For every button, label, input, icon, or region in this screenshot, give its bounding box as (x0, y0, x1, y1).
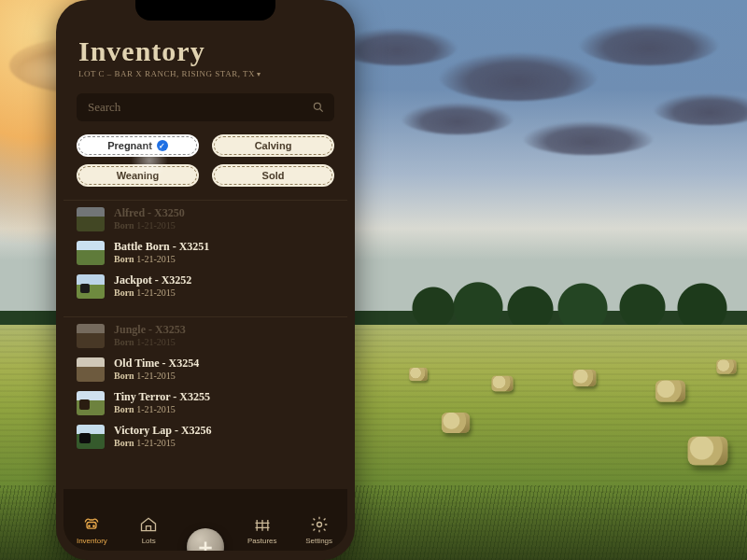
nav-label: Lots (142, 537, 156, 545)
filter-chip-weaning[interactable]: Weaning (77, 164, 199, 187)
page-title: Inventory (78, 35, 332, 67)
filter-label: Calving (255, 140, 292, 151)
filter-label: Weaning (117, 170, 160, 181)
filter-chip-sold[interactable]: Sold (212, 164, 334, 187)
svg-point-4 (93, 525, 94, 526)
cattle-name: Battle Born - X3251 (114, 241, 209, 254)
cattle-name: Tiny Terror - X3255 (114, 391, 210, 404)
cattle-thumbnail (77, 425, 105, 449)
cattle-thumbnail (77, 207, 105, 231)
nav-lots[interactable]: Lots (123, 515, 174, 545)
cattle-thumbnail (77, 357, 105, 382)
cattle-born: Born 1-21-2015 (114, 438, 212, 449)
cattle-row[interactable]: Tiny Terror - X3255Born 1-21-2015 (63, 386, 347, 420)
barn-icon (139, 515, 158, 534)
cattle-born: Born 1-21-2015 (114, 254, 209, 265)
location-breadcrumb[interactable]: LOT C – BAR X RANCH, RISING STAR, TX (78, 69, 332, 78)
search-icon (312, 101, 325, 114)
cattle-thumbnail (77, 391, 105, 415)
cattle-row[interactable]: Alfred - X3250Born 1-21-2015 (63, 203, 347, 236)
add-new-button[interactable]: ＋ (187, 528, 224, 551)
cattle-born: Born 1-21-2015 (114, 337, 186, 348)
nav-label: Inventory (77, 537, 107, 545)
cattle-name: Victory Lap - X3256 (114, 425, 212, 438)
search-input[interactable] (86, 99, 312, 116)
cattle-row[interactable]: Jungle - X3253Born 1-21-2015 (63, 319, 347, 353)
cattle-name: Jungle - X3253 (114, 324, 186, 337)
search-bar[interactable] (77, 93, 334, 121)
svg-point-0 (314, 103, 320, 109)
cattle-row[interactable]: Battle Born - X3251Born 1-21-2015 (63, 236, 347, 270)
divider (63, 316, 347, 317)
cattle-born: Born 1-21-2015 (114, 371, 199, 382)
cattle-thumbnail (77, 274, 105, 299)
nav-label: Settings (305, 537, 332, 545)
cow-icon (82, 515, 101, 534)
filter-chip-pregnant[interactable]: Pregnant✓ (77, 134, 199, 157)
cattle-born: Born 1-21-2015 (114, 220, 185, 231)
filter-label: Pregnant (107, 140, 152, 151)
cattle-thumbnail (77, 241, 105, 265)
cattle-row[interactable]: Jackpot - X3252Born 1-21-2015 (63, 270, 347, 303)
svg-point-3 (89, 525, 90, 526)
plus-icon: ＋ (194, 536, 217, 551)
cattle-row[interactable]: Victory Lap - X3256Born 1-21-2015 (63, 420, 347, 454)
gear-icon (310, 515, 329, 534)
nav-inventory[interactable]: Inventory (66, 515, 117, 545)
filter-chip-calving[interactable]: Calving (212, 134, 334, 157)
nav-pastures[interactable]: Pastures (237, 515, 288, 545)
nav-label: Pastures (247, 537, 277, 545)
cattle-born: Born 1-21-2015 (114, 404, 210, 415)
cattle-row[interactable]: Old Time - X3254Born 1-21-2015 (63, 353, 347, 386)
fence-icon (253, 515, 272, 534)
check-icon: ✓ (157, 140, 168, 151)
svg-point-5 (317, 523, 321, 527)
svg-line-1 (320, 109, 323, 112)
cattle-thumbnail (77, 324, 105, 348)
bottom-nav: Inventory Lots ＋ Add New Pastures (63, 489, 347, 551)
cattle-name: Jackpot - X3252 (114, 274, 191, 287)
cattle-born: Born 1-21-2015 (114, 287, 191, 299)
cattle-name: Old Time - X3254 (114, 357, 199, 371)
divider (63, 200, 347, 201)
phone-frame: Inventory LOT C – BAR X RANCH, RISING ST… (56, 0, 355, 560)
nav-settings[interactable]: Settings (294, 515, 345, 545)
cattle-name: Alfred - X3250 (114, 207, 185, 220)
filter-label: Sold (262, 170, 285, 181)
